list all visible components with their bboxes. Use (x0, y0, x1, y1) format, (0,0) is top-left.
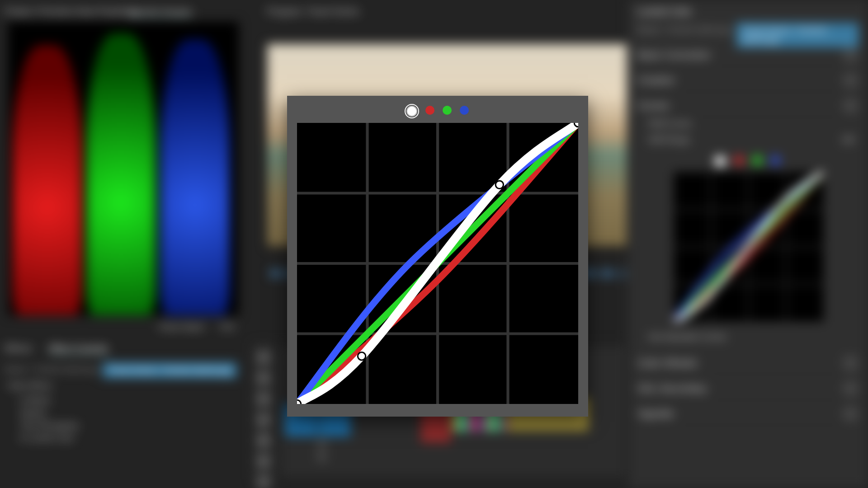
lumetri-section-wheels[interactable]: Color Wheels (637, 352, 859, 375)
rgb-curves-popup (287, 96, 588, 417)
mini-rgb-curves[interactable] (674, 172, 824, 322)
creative-toggle[interactable] (844, 75, 856, 86)
program-timecode-out: 00:06:10 (581, 267, 634, 280)
lumetri-section-creative[interactable]: Creative (637, 70, 859, 92)
fx-lumetri-row[interactable]: fx Lumetri Color (20, 434, 74, 443)
basic-correction-label: Basic Correction (637, 49, 710, 61)
mini-dot-blue-icon[interactable] (770, 155, 780, 165)
track-v1-label: V1 (317, 440, 327, 449)
lumetri-panel-title: Lumetri Color (637, 6, 692, 17)
creative-label: Creative (637, 75, 675, 86)
lumetri-section-curves[interactable]: Curves (637, 95, 859, 117)
hdr-range-value[interactable]: 100 (842, 136, 854, 145)
channel-green-icon[interactable] (443, 106, 452, 115)
timeline-tool-column[interactable] (253, 343, 274, 479)
hdr-range-label: HDR Range (648, 136, 690, 145)
rgb-curves-sublabel[interactable]: RGB Curves (648, 119, 691, 128)
lumetri-master-label: Master * Kindred Spirits.jpg (637, 25, 731, 34)
basic-correction-toggle[interactable] (844, 49, 856, 61)
mini-dot-white-icon[interactable] (714, 155, 726, 167)
hsl-secondary-toggle[interactable] (844, 383, 856, 394)
program-panel-label: Program: Travel Series (267, 6, 359, 17)
effect-master-label: Master * Kindred Spirits.jpg (5, 365, 98, 374)
video-effects-section: Video Effects (7, 381, 52, 390)
curves-toggle[interactable] (844, 100, 856, 112)
hsl-secondary-label: HSL Secondary (637, 383, 707, 394)
clamp-signal-label[interactable]: Clamp Signal (158, 323, 204, 332)
lumetri-section-basic[interactable]: Basic Correction (637, 44, 859, 66)
curves-label: Curves (637, 100, 669, 112)
channel-selector-dots (297, 106, 578, 117)
svg-point-13 (358, 352, 365, 360)
mini-curves-svg (674, 172, 823, 321)
mini-dot-red-icon[interactable] (734, 155, 744, 165)
svg-point-14 (495, 181, 503, 188)
lumetri-section-vignette[interactable]: Vignette (637, 403, 859, 425)
color-wheels-toggle[interactable] (844, 357, 856, 369)
mini-channel-dots[interactable] (714, 155, 780, 167)
vignette-toggle[interactable] (844, 408, 856, 420)
rgb-parade-scope (8, 22, 239, 315)
rgb-curves-svg[interactable] (297, 123, 578, 404)
effects-tab[interactable]: Effects (5, 343, 32, 354)
fx-time-remapping-row[interactable]: Time Remapping (20, 421, 78, 430)
channel-red-icon[interactable] (425, 106, 434, 115)
effect-controls-tab[interactable]: Effect Controls (49, 343, 108, 355)
fx-motion-row[interactable]: fx Motion (20, 396, 51, 405)
mini-dot-green-icon[interactable] (752, 155, 762, 165)
lumetri-panel: Lumetri Color Master * Kindred Spirits.j… (628, 0, 868, 488)
fx-opacity-row[interactable]: Opacity (20, 408, 46, 418)
project-label: Project: Premiere New Practicing (5, 6, 137, 17)
effect-clip-chip[interactable]: Travel Series * Kindred Spirits.jpg (102, 362, 237, 378)
lumetri-section-secondary[interactable]: HSL Secondary (637, 378, 859, 400)
scopes-tab[interactable]: Lumetri Scopes (129, 6, 192, 18)
channel-blue-icon[interactable] (460, 106, 469, 115)
channel-white-icon[interactable] (406, 106, 417, 117)
vignette-label: Vignette (637, 408, 674, 420)
scope-display-mode[interactable]: 8 bit (220, 323, 234, 332)
track-a1-label: A1 (317, 453, 327, 462)
color-wheels-label: Color Wheels (637, 357, 697, 369)
rgb-curves-graph[interactable] (297, 123, 578, 404)
hue-sat-curves-label[interactable]: Hue Saturation Curves (648, 333, 726, 342)
